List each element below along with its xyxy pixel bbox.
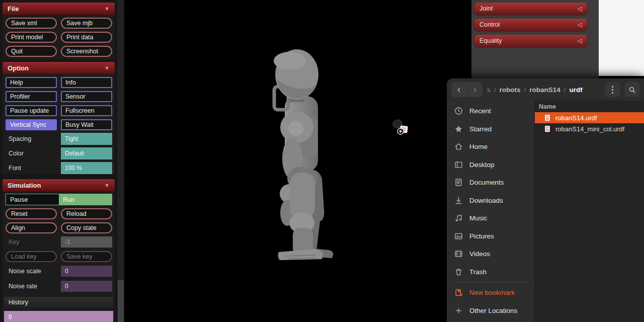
noise-scale-label: Noise scale xyxy=(6,268,41,275)
busy-wait-toggle[interactable]: Busy Wait xyxy=(61,119,112,130)
file-manager-body: RecentStarredHomeDesktopDocumentsDownloa… xyxy=(447,101,644,322)
sensor-toggle[interactable]: Sensor xyxy=(61,91,112,102)
simulation-section-header[interactable]: Simulation ▼ xyxy=(3,179,115,191)
breadcrumb-separator: / xyxy=(524,86,526,94)
option-selects: SpacingTightColorDefaultFont100 % xyxy=(3,133,115,174)
breadcrumb-segment-robots[interactable]: robots xyxy=(500,86,521,94)
pause-run-control: Pause Run xyxy=(6,194,112,205)
sidebar-item-label: Trash xyxy=(469,268,487,276)
color-select[interactable]: Default xyxy=(61,147,112,159)
sidebar-item-music[interactable]: Music xyxy=(447,209,534,227)
print-model-button[interactable]: Print model xyxy=(6,32,57,43)
file-manager-window: s/robots/robanS14/urdf RecentStarredHome… xyxy=(447,78,644,322)
sidebar-item-label: Starred xyxy=(469,125,492,133)
sidebar-item-starred[interactable]: Starred xyxy=(447,120,534,138)
print-data-button[interactable]: Print data xyxy=(61,32,112,43)
back-button[interactable] xyxy=(451,82,467,97)
video-icon xyxy=(454,250,463,258)
save-xml-button[interactable]: Save xml xyxy=(6,18,57,29)
sidebar-item-label: Home xyxy=(469,143,488,150)
sidebar-item-pictures[interactable]: Pictures xyxy=(447,227,534,246)
save-key-button[interactable]: Save key xyxy=(61,251,112,262)
load-key-button[interactable]: Load key xyxy=(6,251,57,262)
collapse-triangle-icon: ▼ xyxy=(104,6,110,12)
copy-state-button[interactable]: Copy state xyxy=(61,222,112,233)
menu-button[interactable] xyxy=(605,82,620,97)
pause-button[interactable]: Pause xyxy=(6,194,59,205)
screenshot-button[interactable]: Screenshot xyxy=(61,46,112,57)
profiler-toggle[interactable]: Profiler xyxy=(6,91,57,102)
star-icon xyxy=(454,125,463,133)
file-row-robans14-urdf[interactable]: robanS14.urdf xyxy=(535,112,644,123)
collapse-triangle-icon: ▼ xyxy=(104,182,110,188)
left-panel-scrollbar[interactable] xyxy=(117,0,124,322)
fullscreen-toggle[interactable]: Fullscreen xyxy=(61,105,112,116)
sidebar-item-other-locations[interactable]: Other Locations xyxy=(447,302,534,320)
noise-rate-slider[interactable]: 0 xyxy=(61,281,112,292)
font-label: Font xyxy=(6,165,21,172)
sidebar-item-home[interactable]: Home xyxy=(447,138,534,156)
search-icon xyxy=(628,86,636,94)
noise-sliders: Noise scale0Noise rate0 xyxy=(3,265,115,292)
forward-button[interactable] xyxy=(467,82,483,97)
trash-icon xyxy=(454,268,463,276)
color-row: ColorDefault xyxy=(6,147,112,159)
breadcrumb-current-segment[interactable]: urdf xyxy=(570,86,583,94)
sidebar-item-videos[interactable]: Videos xyxy=(447,245,534,263)
option-toggles-grid: HelpInfoProfilerSensorPause updateFullsc… xyxy=(3,74,115,130)
screen: File ▼ Save xmlSave mjbPrint modelPrint … xyxy=(0,0,644,322)
option-section: Option ▼ HelpInfoProfilerSensorPause upd… xyxy=(3,62,115,174)
help-toggle[interactable]: Help xyxy=(6,77,57,88)
breadcrumb-separator: / xyxy=(494,86,496,94)
sidebar-item-documents[interactable]: Documents xyxy=(447,174,534,192)
reset-button[interactable]: Reset xyxy=(6,208,57,219)
history-header[interactable]: History xyxy=(4,297,113,308)
run-button[interactable]: Run xyxy=(59,194,112,205)
sidebar-item-recent[interactable]: Recent xyxy=(447,102,534,120)
spacing-select[interactable]: Tight xyxy=(61,133,112,145)
sidebar-item-label: Other Locations xyxy=(469,307,517,314)
align-button[interactable]: Align xyxy=(6,222,57,233)
sidebar-item-label: Documents xyxy=(469,179,504,186)
section-equality[interactable]: Equality◁ xyxy=(474,35,587,47)
sidebar-item-new-bookmark[interactable]: New bookmark xyxy=(447,284,534,302)
reload-button[interactable]: Reload xyxy=(61,208,112,219)
breadcrumb-truncated-segment[interactable]: s xyxy=(487,86,491,94)
font-select[interactable]: 100 % xyxy=(61,162,112,174)
file-manager-header: s/robots/robanS14/urdf xyxy=(447,78,644,101)
font-row: Font100 % xyxy=(6,162,112,174)
file-buttons-grid: Save xmlSave mjbPrint modelPrint dataQui… xyxy=(3,15,115,57)
scrollbar-thumb[interactable] xyxy=(118,280,124,322)
key-input[interactable]: -1 xyxy=(61,236,112,248)
mujoco-right-panel: Joint◁Control◁Equality◁ xyxy=(471,0,599,78)
expand-left-triangle-icon: ◁ xyxy=(578,21,582,28)
sidebar-item-label: Recent xyxy=(469,107,491,115)
pause-update-toggle[interactable]: Pause update xyxy=(6,105,57,116)
sidebar-item-label: New bookmark xyxy=(469,289,515,296)
quit-button[interactable]: Quit xyxy=(6,46,57,57)
file-section-header[interactable]: File ▼ xyxy=(3,3,115,15)
file-row-robans14-mini-col-urdf[interactable]: robanS14_mini_col.urdf xyxy=(535,123,644,134)
sidebar-item-downloads[interactable]: Downloads xyxy=(447,192,534,210)
urdf-file-icon xyxy=(544,114,551,122)
collapse-triangle-icon: ▼ xyxy=(104,65,110,71)
sidebar-item-trash[interactable]: Trash xyxy=(447,263,534,281)
save-mjb-button[interactable]: Save mjb xyxy=(61,18,112,29)
key-label: Key xyxy=(6,238,20,246)
sidebar-item-desktop[interactable]: Desktop xyxy=(447,156,534,174)
expand-left-triangle-icon: ◁ xyxy=(578,37,582,44)
breadcrumb-segment-robans14[interactable]: robanS14 xyxy=(529,86,560,94)
picture-icon xyxy=(454,232,463,240)
option-section-header[interactable]: Option ▼ xyxy=(3,62,115,74)
info-toggle[interactable]: Info xyxy=(61,77,112,88)
vertical-sync-toggle[interactable]: Vertical Sync xyxy=(6,119,57,130)
background-window xyxy=(599,0,644,76)
name-column-header[interactable]: Name xyxy=(535,101,644,112)
section-control[interactable]: Control◁ xyxy=(474,19,587,31)
section-joint[interactable]: Joint◁ xyxy=(474,3,587,15)
search-button[interactable] xyxy=(624,82,639,97)
sidebar-divider xyxy=(452,282,529,282)
history-slider[interactable]: 0 xyxy=(4,311,113,322)
noise-scale-slider[interactable]: 0 xyxy=(61,266,112,277)
simulation-section-title: Simulation xyxy=(8,182,41,189)
